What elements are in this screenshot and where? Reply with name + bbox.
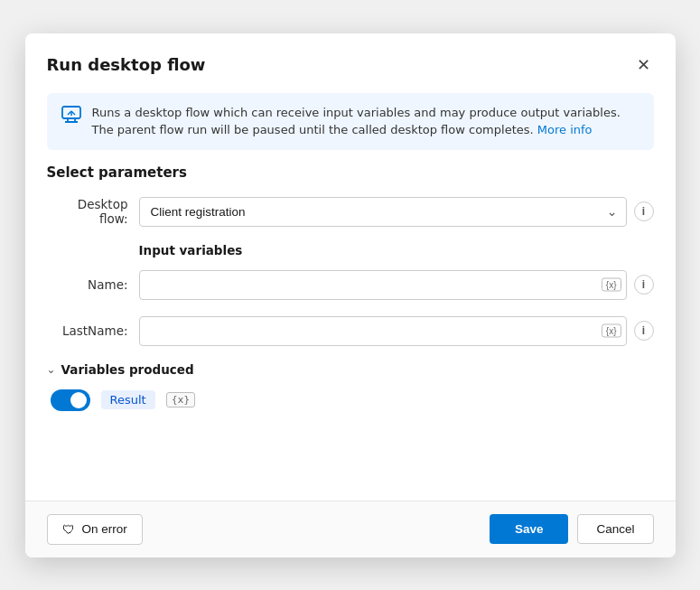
desktop-flow-label: Desktop flow:	[47, 197, 128, 226]
name-label: Name:	[47, 277, 128, 292]
info-i-icon: i	[642, 205, 645, 218]
variables-produced-section: ⌄ Variables produced Result {x}	[47, 362, 654, 411]
name-input[interactable]	[139, 270, 627, 300]
info-i-icon: i	[642, 324, 645, 337]
on-error-label: On error	[82, 522, 127, 536]
lastname-input-wrap: {x}	[139, 316, 627, 346]
run-desktop-flow-dialog: Run desktop flow ✕ Runs a desktop flow w…	[25, 33, 676, 557]
cancel-button[interactable]: Cancel	[577, 514, 653, 544]
desktop-flow-select[interactable]: Client registration	[139, 197, 627, 227]
result-chip: Result	[101, 390, 155, 409]
name-info-button[interactable]: i	[634, 275, 654, 295]
lastname-fx-button[interactable]: {x}	[602, 324, 621, 338]
lastname-info-button[interactable]: i	[634, 321, 654, 341]
lastname-row: LastName: {x} i	[47, 316, 654, 346]
input-variables-title: Input variables	[139, 243, 654, 258]
close-icon: ✕	[637, 55, 650, 75]
variables-toggle[interactable]	[51, 389, 90, 411]
toggle-slider	[51, 389, 90, 411]
dialog-body: Select parameters Desktop flow: Client r…	[25, 164, 676, 501]
desktop-flow-info-button[interactable]: i	[634, 201, 654, 221]
monitor-icon	[61, 106, 81, 124]
save-button[interactable]: Save	[490, 514, 569, 544]
name-control-wrap: {x} i	[139, 270, 654, 300]
dialog-header: Run desktop flow ✕	[25, 33, 676, 93]
desktop-flow-select-wrapper: Client registration ⌄	[139, 197, 627, 227]
desktop-flow-control-wrap: Client registration ⌄ i	[139, 197, 654, 227]
close-button[interactable]: ✕	[633, 52, 654, 79]
desktop-flow-row: Desktop flow: Client registration ⌄ i	[47, 197, 654, 227]
variables-produced-row: Result {x}	[47, 389, 654, 411]
info-banner-text: Runs a desktop flow which can receive in…	[92, 104, 639, 139]
dialog-title: Run desktop flow	[47, 55, 206, 74]
shield-icon: 🛡	[62, 522, 75, 537]
chevron-collapse-icon: ⌄	[47, 363, 56, 376]
name-input-wrap: {x}	[139, 270, 627, 300]
lastname-fx-icon: {x}	[606, 326, 617, 336]
result-fx-chip: {x}	[166, 392, 196, 407]
lastname-input[interactable]	[139, 316, 627, 346]
dialog-footer: 🛡 On error Save Cancel	[25, 501, 676, 557]
more-info-link[interactable]: More info	[537, 123, 593, 136]
lastname-control-wrap: {x} i	[139, 316, 654, 346]
info-i-icon: i	[642, 278, 645, 291]
name-row: Name: {x} i	[47, 270, 654, 300]
monitor-icon-wrap	[61, 106, 81, 127]
name-fx-icon: {x}	[606, 280, 617, 290]
variables-produced-title: Variables produced	[61, 362, 194, 377]
section-title: Select parameters	[47, 164, 654, 181]
on-error-button[interactable]: 🛡 On error	[47, 514, 143, 545]
lastname-label: LastName:	[47, 323, 128, 338]
variables-produced-header[interactable]: ⌄ Variables produced	[47, 362, 654, 377]
name-fx-button[interactable]: {x}	[602, 278, 621, 292]
info-banner: Runs a desktop flow which can receive in…	[47, 93, 654, 150]
footer-actions: Save Cancel	[490, 514, 654, 544]
